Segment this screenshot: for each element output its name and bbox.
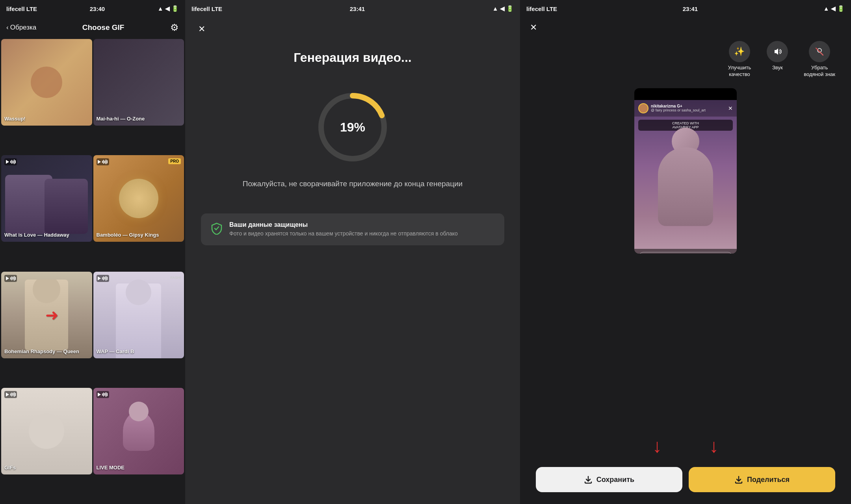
insta-subtitle: @ fairy princess or sasha_soul_art: [651, 108, 726, 112]
gif-label-livemode: LIVE MODE: [97, 465, 125, 471]
svg-marker-0: [775, 48, 778, 55]
gif-cell-livemode[interactable]: LIVE MODE: [93, 388, 184, 474]
gif-label-maihahi: Mai-ha-hi — O-Zone: [97, 116, 145, 122]
preview-area: nikitakarizma G+ @ fairy princess or sas…: [520, 84, 851, 427]
red-arrow-left: ↓: [652, 435, 662, 457]
pro-badge: PRO: [168, 158, 181, 164]
share-label: Поделиться: [747, 476, 790, 484]
gif-label-wap: WAP — Cardi B: [97, 348, 134, 355]
play-icon-bohemian: [4, 275, 17, 282]
panel2-header: ✕: [185, 17, 520, 41]
nav-bar-1: ‹ Обрезка Choose GIF ⚙: [0, 17, 185, 38]
status-bar-3: lifecell LTE 23:41 ▲ ◀ 🔋: [520, 0, 851, 17]
enhance-icon: ✨: [729, 41, 750, 62]
insta-avatar: [638, 103, 648, 113]
gif-cell-bohemian[interactable]: Bohemian Rhapsody — Queen ➜: [1, 272, 92, 358]
progress-ring: 19%: [317, 92, 388, 163]
close-button-3[interactable]: ✕: [526, 20, 541, 35]
save-icon: [584, 475, 593, 484]
red-arrow-bohemian: ➜: [45, 306, 59, 324]
play-icon-wap: [97, 275, 109, 282]
gif-cell-whatis[interactable]: What is Love — Haddaway: [1, 155, 92, 242]
generation-title: Генерация видео...: [185, 41, 520, 84]
time-3: 23:41: [683, 6, 698, 12]
gif-label-gifs: GIFs: [4, 465, 16, 471]
insta-close-icon[interactable]: ✕: [728, 105, 733, 111]
watermark-icon: [809, 41, 830, 62]
status-bar-1: lifecell LTE 23:40 ▲ ◀ 🔋: [0, 0, 185, 17]
carrier-3: lifecell LTE: [526, 6, 557, 12]
time-2: 23:41: [350, 6, 365, 12]
play-icon-bamboleo: [97, 158, 109, 165]
play-icon-livemode: [97, 391, 109, 398]
save-button[interactable]: Сохранить: [536, 467, 682, 492]
gif-cell-gifs[interactable]: GIFs: [1, 388, 92, 474]
carrier-2: lifecell LTE: [191, 6, 222, 12]
battery-icons-3: ▲ ◀ 🔋: [823, 5, 845, 12]
security-description: Фото и видео хранятся только на вашем ус…: [229, 230, 458, 238]
sound-icon: [767, 41, 788, 62]
gif-cell-wassup[interactable]: Wassup!: [1, 39, 92, 126]
gif-cell-maihahi[interactable]: Mai-ha-hi — O-Zone: [93, 39, 184, 126]
progress-percentage: 19%: [340, 120, 365, 135]
share-button[interactable]: Поделиться: [689, 467, 835, 492]
red-arrows: ↓ ↓: [520, 427, 851, 461]
gif-cell-wap[interactable]: FASHI WAP — Cardi B: [93, 272, 184, 358]
carrier-1: lifecell LTE: [6, 6, 37, 12]
back-label: Обрезка: [10, 24, 37, 32]
gif-label-bamboleo: Bamboléo — Gipsy Kings: [97, 232, 159, 239]
panel-choose-gif: lifecell LTE 23:40 ▲ ◀ 🔋 ‹ Обрезка Choos…: [0, 0, 185, 504]
gif-label-wassup: Wassup!: [4, 116, 26, 122]
red-arrow-right: ↓: [709, 435, 719, 457]
enhance-label: Улучшитькачество: [728, 65, 751, 78]
play-icon-gifs: [4, 391, 17, 398]
time-1: 23:40: [90, 6, 105, 12]
video-preview: nikitakarizma G+ @ fairy princess or sas…: [634, 88, 737, 254]
sound-label: Звук: [772, 65, 783, 70]
panel-generation: lifecell LTE 23:41 ▲ ◀ 🔋 ✕ Генерация вид…: [185, 0, 520, 504]
battery-icons-2: ▲ ◀ 🔋: [492, 5, 514, 12]
insta-username: nikitakarizma G+: [651, 104, 726, 108]
action-enhance[interactable]: ✨ Улучшитькачество: [728, 41, 751, 78]
action-watermark[interactable]: Убратьводяной знак: [804, 41, 835, 78]
watermark-label: Убратьводяной знак: [804, 65, 835, 78]
security-text: Ваши данные защищены Фото и видео хранят…: [229, 221, 458, 238]
send-message-button[interactable]: Отправить сообщение: [638, 252, 733, 254]
status-bar-2: lifecell LTE 23:41 ▲ ◀ 🔋: [185, 0, 520, 17]
panel3-header: ✕: [520, 17, 851, 38]
page-title: Choose GIF: [82, 23, 124, 32]
insta-footer: Отправить сообщение: [634, 249, 737, 254]
security-title: Ваши данные защищены: [229, 221, 458, 228]
chevron-left-icon: ‹: [6, 24, 9, 32]
action-sound[interactable]: Звук: [767, 41, 788, 78]
gif-grid: Wassup! Mai-ha-hi — O-Zone What is Love …: [0, 38, 185, 504]
insta-header: nikitakarizma G+ @ fairy princess or sas…: [634, 100, 737, 117]
play-icon-whatis: [4, 158, 17, 165]
video-content: nikitakarizma G+ @ fairy princess or sas…: [634, 100, 737, 254]
shield-icon: [210, 222, 223, 235]
close-button-2[interactable]: ✕: [195, 22, 209, 36]
panel-result: lifecell LTE 23:41 ▲ ◀ 🔋 ✕ ✨ Улучшитькач…: [520, 0, 851, 504]
gif-cell-bamboleo[interactable]: PRO Bamboléo — Gipsy Kings: [93, 155, 184, 242]
progress-container: 19%: [185, 92, 520, 163]
svg-line-3: [816, 48, 823, 55]
bottom-actions: Сохранить Поделиться: [520, 461, 851, 504]
generation-subtitle: Пожалуйста, не сворачивайте приложение д…: [185, 178, 520, 213]
security-box: Ваши данные защищены Фото и видео хранят…: [201, 213, 504, 246]
gif-label-bohemian: Bohemian Rhapsody — Queen: [4, 348, 79, 355]
share-icon: [734, 475, 743, 484]
insta-info: nikitakarizma G+ @ fairy princess or sas…: [651, 104, 726, 112]
save-label: Сохранить: [596, 476, 634, 484]
action-bar: ✨ Улучшитькачество Звук Убратьво: [520, 38, 851, 84]
back-button[interactable]: ‹ Обрезка: [6, 24, 36, 32]
gear-icon[interactable]: ⚙: [170, 22, 179, 33]
battery-icons-1: ▲ ◀ 🔋: [158, 5, 179, 12]
gif-label-whatis: What is Love — Haddaway: [4, 232, 69, 239]
